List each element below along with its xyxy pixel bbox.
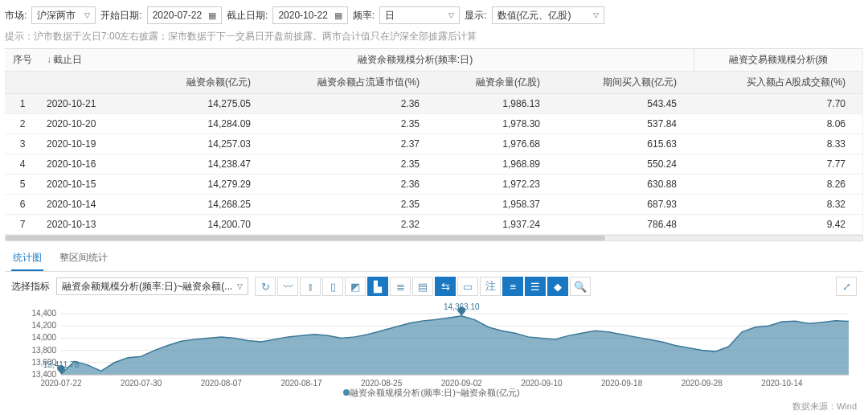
start-date-input[interactable]: 2020-07-22▦ — [147, 6, 222, 24]
svg-text:14,000: 14,000 — [31, 333, 56, 342]
col-date[interactable]: ↓截止日 — [40, 49, 137, 71]
table-row[interactable]: 22020-10-2014,284.092.351,978.30537.848.… — [5, 114, 862, 134]
calendar-icon: ▦ — [334, 10, 342, 21]
filter-bar: 市场: 沪深两市▽ 开始日期: 2020-07-22▦ 截止日期: 2020-1… — [5, 3, 863, 27]
display-label: 显示: — [465, 9, 486, 23]
h-scrollbar[interactable] — [5, 235, 863, 241]
svg-text:14,400: 14,400 — [31, 309, 56, 318]
line-chart-icon[interactable]: 〰 — [277, 277, 298, 296]
chevron-down-icon: ▽ — [237, 282, 243, 290]
svg-text:2020-08-07: 2020-08-07 — [201, 379, 243, 388]
paint-icon[interactable]: ◆ — [547, 277, 568, 296]
svg-text:14,363.10: 14,363.10 — [444, 302, 480, 311]
col-pct[interactable]: 融资余额占流通市值(%) — [257, 72, 426, 93]
start-date-value: 2020-07-22 — [153, 10, 202, 21]
indicator-value: 融资余额规模分析(频率:日)~融资余额(... — [62, 280, 232, 294]
svg-point-24 — [343, 389, 350, 396]
table-row[interactable]: 52020-10-1514,279.292.361,972.23630.888.… — [5, 175, 862, 195]
svg-text:融资余额规模分析(频率:日)~融资余额(亿元): 融资余额规模分析(频率:日)~融资余额(亿元) — [350, 388, 519, 397]
swap-icon[interactable]: ⇆ — [435, 277, 456, 296]
sort-desc-icon: ↓ — [47, 54, 51, 65]
marker-icon[interactable]: ◩ — [345, 277, 366, 296]
svg-text:13,411.78: 13,411.78 — [43, 360, 80, 369]
bar-chart-icon[interactable]: ⫿ — [300, 277, 321, 296]
candle-chart-icon[interactable]: ▯ — [322, 277, 343, 296]
end-date-value: 2020-10-22 — [278, 10, 327, 21]
list-icon[interactable]: ≡ — [502, 277, 523, 296]
chevron-down-icon: ▽ — [84, 11, 90, 19]
chart-area: 13,40013,60013,80014,00014,20014,4002020… — [5, 301, 863, 401]
reset-icon[interactable]: ↻ — [255, 277, 276, 296]
tab-chart[interactable]: 统计图 — [11, 251, 43, 271]
fill-icon[interactable]: ▤ — [412, 277, 433, 296]
chart-tools: ↻ 〰 ⫿ ▯ ◩ ▙ ≣ ▤ ⇆ ▭ 注 ≡ ☰ ◆ 🔍 — [255, 277, 591, 296]
freq-combo[interactable]: 日▽ — [379, 6, 460, 24]
popout-icon[interactable]: ⤢ — [836, 277, 857, 296]
market-label: 市场: — [5, 9, 27, 23]
market-value: 沪深两市 — [37, 9, 76, 23]
col-yue[interactable]: 融资余额(亿元) — [137, 72, 257, 93]
col-buy[interactable]: 期间买入额(亿元) — [547, 72, 683, 93]
svg-text:2020-08-25: 2020-08-25 — [361, 379, 403, 388]
svg-text:14,200: 14,200 — [31, 321, 56, 330]
box-icon[interactable]: ▭ — [457, 277, 478, 296]
data-table: 序号 ↓截止日 融资余额规模分析(频率:日) 融资交易额规模分析(频 融资余额(… — [5, 48, 863, 235]
end-date-input[interactable]: 2020-10-22▦ — [272, 6, 347, 24]
col-seq[interactable]: 序号 — [5, 49, 40, 71]
group-b: 融资交易额规模分析(频 — [694, 49, 862, 71]
table-row[interactable]: 42020-10-1614,238.472.351,968.89550.247.… — [5, 154, 862, 175]
tab-range-stats[interactable]: 整区间统计 — [58, 251, 109, 271]
svg-text:2020-09-18: 2020-09-18 — [601, 379, 643, 388]
market-combo[interactable]: 沪深两市▽ — [31, 6, 96, 24]
svg-text:2020-07-30: 2020-07-30 — [121, 379, 162, 388]
chevron-down-icon: ▽ — [593, 11, 599, 19]
freq-label: 频率: — [353, 9, 375, 23]
area-chart: 13,40013,60013,80014,00014,20014,4002020… — [13, 301, 857, 397]
table-row[interactable]: 12020-10-2114,275.052.361,986.13543.457.… — [5, 94, 862, 114]
chart-toolbar: 选择指标 融资余额规模分析(频率:日)~融资余额(...▽ ↻ 〰 ⫿ ▯ ◩ … — [5, 272, 863, 301]
indicator-label: 选择指标 — [11, 280, 50, 294]
popout: ⤢ — [836, 277, 857, 296]
svg-text:2020-08-17: 2020-08-17 — [280, 379, 322, 388]
table-row[interactable]: 62020-10-1414,268.252.351,958.37687.938.… — [5, 195, 862, 215]
chevron-down-icon: ▽ — [448, 11, 454, 19]
note-icon[interactable]: 注 — [480, 277, 501, 296]
col-qty[interactable]: 融资余量(亿股) — [426, 72, 547, 93]
svg-text:2020-09-02: 2020-09-02 — [441, 379, 483, 388]
start-date-label: 开始日期: — [100, 9, 141, 23]
display-combo[interactable]: 数值(亿元、亿股)▽ — [492, 6, 604, 24]
end-date-label: 截止日期: — [227, 9, 268, 23]
table-row[interactable]: 32020-10-1914,257.032.371,976.68615.638.… — [5, 134, 862, 154]
chart-tabs: 统计图 整区间统计 — [5, 246, 863, 272]
stack-icon[interactable]: ≣ — [390, 277, 411, 296]
col-bpct[interactable]: 买入额占A股成交额(%) — [683, 72, 852, 93]
data-source: 数据来源：Wind — [5, 401, 863, 415]
svg-text:2020-07-22: 2020-07-22 — [40, 379, 82, 388]
svg-text:2020-10-14: 2020-10-14 — [761, 379, 803, 388]
scrollbar-thumb[interactable] — [6, 236, 605, 240]
svg-text:2020-09-28: 2020-09-28 — [682, 379, 723, 388]
group-a: 融资余额规模分析(频率:日) — [137, 49, 694, 71]
display-value: 数值(亿元、亿股) — [497, 9, 571, 23]
svg-text:13,800: 13,800 — [31, 346, 56, 355]
calendar-icon: ▦ — [208, 10, 216, 21]
svg-text:2020-09-10: 2020-09-10 — [521, 379, 563, 388]
table-row[interactable]: 72020-10-1314,200.702.321,937.24786.489.… — [5, 215, 862, 235]
hint-text: 提示：沪市数据于次日7:00左右披露；深市数据于下一交易日开盘前披露。两市合计值… — [5, 27, 863, 48]
area-chart-icon[interactable]: ▙ — [367, 277, 388, 296]
list2-icon[interactable]: ☰ — [525, 277, 546, 296]
indicator-combo[interactable]: 融资余额规模分析(频率:日)~融资余额(...▽ — [56, 277, 248, 295]
zoom-icon[interactable]: 🔍 — [570, 277, 591, 296]
freq-value: 日 — [385, 9, 395, 23]
svg-text:13,400: 13,400 — [31, 370, 56, 379]
